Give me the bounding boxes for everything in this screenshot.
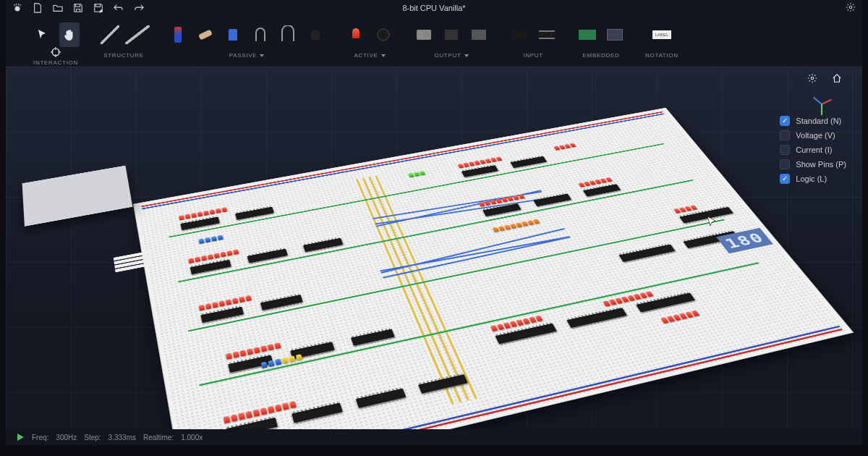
- toolgroup-label[interactable]: PASSIVE: [229, 52, 265, 59]
- layer-label: Standard (N): [796, 117, 841, 125]
- checkbox-icon: [780, 116, 790, 126]
- toolgroup-label[interactable]: OUTPUT: [434, 52, 468, 59]
- layer-toggle-standard[interactable]: Standard (N): [780, 116, 846, 126]
- toolgroup-label: NOTATION: [645, 52, 678, 59]
- home-icon[interactable]: [830, 72, 843, 85]
- jumper-long-tool[interactable]: [278, 22, 298, 47]
- layer-label: Current (I): [796, 145, 832, 154]
- cursor-tool[interactable]: [32, 22, 52, 47]
- led-tool[interactable]: [346, 22, 366, 47]
- toolgroup-embedded: EMBEDDED: [567, 19, 635, 67]
- view-controls: [806, 72, 843, 85]
- svg-point-3: [811, 77, 814, 80]
- jumper-u-tool[interactable]: [250, 22, 271, 47]
- app-logo-icon: [12, 2, 23, 14]
- undo-icon[interactable]: [113, 2, 124, 14]
- svg-point-0: [15, 6, 20, 11]
- toolgroup-input: INPUT: [499, 19, 567, 67]
- wire-short-tool[interactable]: [100, 22, 120, 47]
- status-step-value: 3.333ms: [109, 434, 136, 442]
- buzzer-tool[interactable]: [373, 22, 393, 47]
- toolgroup-active: ACTIVE: [336, 19, 404, 67]
- svg-point-1: [849, 6, 852, 9]
- status-rt-label: Realtime:: [143, 434, 174, 442]
- status-step-label: Step:: [84, 434, 101, 442]
- toolgroup-notation: LABEL NOTATION: [635, 19, 689, 67]
- chevron-down-icon: [464, 54, 469, 57]
- terminal-tool[interactable]: [605, 22, 625, 47]
- status-bar: Freq: 300Hz Step: 3.333ms Realtime: 1.00…: [6, 429, 862, 445]
- toolgroup-structure: STRUCTURE: [90, 19, 158, 67]
- view-layers-panel: Standard (N) Voltage (V) Current (I) Sho…: [780, 116, 846, 184]
- play-icon[interactable]: [16, 433, 25, 442]
- cursor-icon: [706, 216, 718, 227]
- layer-toggle-show-pins[interactable]: Show Pins (P): [780, 159, 846, 169]
- app-window: 8-bit CPU Vanilla* INTERACTION STRUCTURE: [6, 0, 862, 445]
- document-title: 8-bit CPU Vanilla*: [402, 4, 465, 12]
- toolgroup-label[interactable]: ACTIVE: [354, 52, 385, 59]
- checkbox-icon: [780, 145, 790, 155]
- status-freq-value: 300Hz: [56, 434, 77, 442]
- microcontroller-tool[interactable]: [577, 22, 597, 47]
- port-tool[interactable]: [469, 22, 489, 47]
- save-as-icon[interactable]: [93, 2, 104, 14]
- layer-label: Show Pins (P): [796, 160, 846, 169]
- connector-tool[interactable]: [414, 22, 434, 47]
- ic-chip-tool[interactable]: [537, 22, 557, 47]
- resistor-angled-tool[interactable]: [195, 22, 216, 47]
- socket-tool[interactable]: [441, 22, 461, 47]
- wire-long-tool[interactable]: [127, 22, 148, 47]
- toolgroup-label: EMBEDDED: [583, 52, 620, 59]
- toolgroup-passive: PASSIVE: [158, 19, 336, 67]
- dip-chip-tool[interactable]: [509, 22, 529, 47]
- capacitor-tool[interactable]: [223, 22, 243, 47]
- save-icon[interactable]: [72, 2, 84, 14]
- axis-gizmo[interactable]: [820, 90, 841, 111]
- menubar: 8-bit CPU Vanilla*: [6, 0, 862, 16]
- toolgroup-label: INPUT: [523, 52, 543, 59]
- toolgroup-interaction: INTERACTION: [22, 19, 90, 67]
- toolgroup-label: INTERACTION: [33, 59, 78, 66]
- view-settings-icon[interactable]: [806, 72, 819, 85]
- hand-tool[interactable]: [59, 22, 80, 47]
- window-bottom-border: [0, 445, 868, 456]
- layer-label: Logic (L): [796, 174, 827, 183]
- toolgroup-label: STRUCTURE: [103, 52, 144, 59]
- label-tool[interactable]: LABEL: [652, 22, 672, 47]
- layer-toggle-voltage[interactable]: Voltage (V): [780, 130, 846, 140]
- open-file-icon[interactable]: [52, 2, 64, 14]
- layer-toggle-current[interactable]: Current (I): [780, 145, 846, 155]
- resistor-vert-tool[interactable]: [168, 22, 188, 47]
- redo-icon[interactable]: [133, 2, 145, 14]
- settings-icon[interactable]: [845, 1, 856, 13]
- new-file-icon[interactable]: [32, 2, 43, 14]
- status-freq-label: Freq:: [32, 434, 48, 442]
- target-tool[interactable]: [46, 46, 66, 58]
- status-rt-value: 1.000x: [181, 434, 203, 442]
- checkbox-icon: [780, 159, 790, 169]
- checkbox-icon: [780, 174, 790, 184]
- transistor-tool[interactable]: [305, 22, 326, 47]
- chevron-down-icon: [381, 54, 386, 57]
- layer-toggle-logic[interactable]: Logic (L): [780, 174, 846, 184]
- layer-label: Voltage (V): [796, 131, 835, 140]
- checkbox-icon: [780, 130, 790, 140]
- chevron-down-icon: [260, 54, 264, 57]
- component-toolbar: INTERACTION STRUCTURE PASSIVE: [6, 16, 862, 67]
- toolgroup-output: OUTPUT: [404, 19, 499, 67]
- workspace-viewport[interactable]: 180: [6, 67, 862, 429]
